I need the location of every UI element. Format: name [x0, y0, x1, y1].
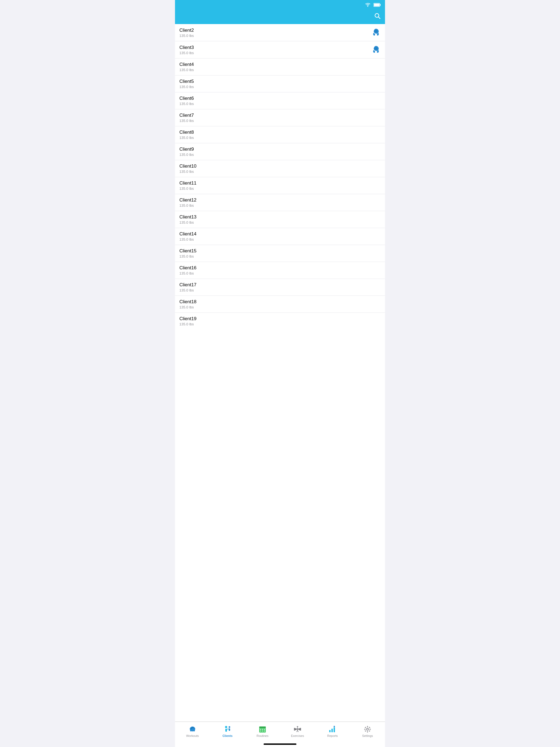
client-weight: 135.0 lbs	[179, 186, 196, 190]
client-list-item[interactable]: Client17135.0 lbs	[175, 279, 385, 296]
svg-rect-49	[369, 730, 371, 732]
client-info: Client3135.0 lbs	[179, 45, 194, 55]
client-name: Client3	[179, 45, 194, 50]
svg-rect-23	[260, 730, 261, 731]
client-list-item[interactable]: Client19135.0 lbs	[175, 313, 385, 330]
svg-rect-44	[364, 729, 365, 730]
client-list-item[interactable]: Client5135.0 lbs	[175, 75, 385, 93]
svg-rect-30	[299, 728, 300, 730]
client-list-item[interactable]: Client13135.0 lbs	[175, 211, 385, 228]
settings-tab-label: Settings	[362, 734, 373, 738]
svg-line-4	[378, 17, 380, 19]
client-list-item[interactable]: Client9135.0 lbs	[175, 143, 385, 160]
search-button[interactable]	[374, 12, 381, 20]
tab-exercises[interactable]: Exercises	[280, 724, 315, 739]
routines-tab-label: Routines	[256, 734, 268, 738]
client-name: Client5	[179, 79, 194, 84]
client-weight: 135.0 lbs	[179, 85, 194, 89]
svg-rect-48	[365, 730, 366, 732]
client-info: Client19135.0 lbs	[179, 316, 196, 326]
svg-rect-43	[367, 731, 368, 732]
svg-rect-45	[370, 729, 371, 730]
client-list-item[interactable]: Client2135.0 lbs	[175, 24, 385, 41]
client-weight: 135.0 lbs	[179, 221, 196, 225]
client-list-item[interactable]: Client10135.0 lbs	[175, 160, 385, 177]
clients-tab-label: Clients	[223, 734, 233, 738]
client-info: Client11135.0 lbs	[179, 180, 196, 190]
client-info: Client14135.0 lbs	[179, 231, 196, 241]
client-list-item[interactable]: Client14135.0 lbs	[175, 228, 385, 245]
reports-tab-icon	[328, 725, 337, 733]
client-list-item[interactable]: Client4135.0 lbs	[175, 58, 385, 75]
svg-rect-29	[295, 728, 296, 730]
svg-rect-20	[260, 729, 261, 730]
tab-reports[interactable]: Reports	[315, 724, 350, 739]
client-name: Client19	[179, 316, 196, 321]
svg-rect-2	[374, 4, 380, 6]
svg-point-39	[334, 726, 335, 727]
client-info: Client13135.0 lbs	[179, 214, 196, 225]
client-weight: 135.0 lbs	[179, 102, 194, 106]
client-name: Client13	[179, 214, 196, 220]
client-name: Client15	[179, 248, 196, 254]
client-list-item[interactable]: Client16135.0 lbs	[175, 262, 385, 279]
header-actions	[368, 12, 381, 20]
status-time-date	[179, 3, 181, 7]
client-name: Client4	[179, 62, 194, 67]
client-list-item[interactable]: Client11135.0 lbs	[175, 177, 385, 194]
client-weight: 135.0 lbs	[179, 288, 196, 292]
svg-rect-36	[329, 730, 331, 732]
client-list-item[interactable]: Client8135.0 lbs	[175, 126, 385, 143]
client-info: Client6135.0 lbs	[179, 96, 194, 106]
client-weight: 135.0 lbs	[179, 237, 196, 241]
svg-rect-37	[331, 729, 333, 732]
status-icons	[365, 3, 381, 7]
client-list: Client2135.0 lbs Client3135.0 lbs Client…	[175, 24, 385, 722]
client-weight: 135.0 lbs	[179, 322, 196, 326]
client-name: Client16	[179, 265, 196, 271]
client-list-item[interactable]: Client15135.0 lbs	[175, 245, 385, 262]
client-info: Client7135.0 lbs	[179, 113, 194, 123]
client-weight: 135.0 lbs	[179, 68, 194, 72]
svg-rect-1	[380, 4, 381, 6]
client-name: Client2	[179, 28, 194, 33]
client-weight: 135.0 lbs	[179, 153, 194, 157]
client-name: Client12	[179, 198, 196, 203]
client-info: Client16135.0 lbs	[179, 265, 196, 275]
client-info: Client5135.0 lbs	[179, 79, 194, 89]
client-name: Client8	[179, 130, 194, 135]
client-weight: 135.0 lbs	[179, 305, 196, 309]
search-icon	[374, 12, 381, 19]
client-list-item[interactable]: Client3135.0 lbs	[175, 41, 385, 58]
tab-routines[interactable]: Routines	[245, 724, 280, 739]
client-info: Client10135.0 lbs	[179, 163, 196, 174]
wifi-icon	[365, 3, 370, 7]
client-info: Client18135.0 lbs	[179, 299, 196, 309]
svg-rect-21	[262, 729, 263, 730]
client-info: Client4135.0 lbs	[179, 62, 194, 72]
client-name: Client10	[179, 163, 196, 169]
svg-rect-38	[334, 727, 335, 732]
exercises-tab-icon	[294, 725, 302, 733]
client-weight: 135.0 lbs	[179, 119, 194, 123]
home-bar	[263, 743, 297, 745]
client-weight: 135.0 lbs	[179, 136, 194, 140]
client-info: Client17135.0 lbs	[179, 282, 196, 292]
client-name: Client14	[179, 231, 196, 237]
svg-point-31	[297, 726, 298, 728]
svg-rect-24	[262, 730, 263, 731]
svg-rect-25	[264, 730, 265, 731]
svg-line-35	[298, 730, 298, 732]
svg-point-6	[374, 47, 378, 50]
client-list-item[interactable]: Client7135.0 lbs	[175, 109, 385, 126]
client-name: Client11	[179, 180, 196, 186]
client-list-item[interactable]: Client12135.0 lbs	[175, 194, 385, 211]
tab-clients[interactable]: Clients	[210, 724, 245, 739]
client-info: Client9135.0 lbs	[179, 147, 194, 157]
tab-settings[interactable]: Settings	[350, 724, 385, 739]
client-list-item[interactable]: Client18135.0 lbs	[175, 296, 385, 313]
client-list-item[interactable]: Client6135.0 lbs	[175, 93, 385, 109]
page-header	[175, 10, 385, 24]
exercises-tab-label: Exercises	[291, 734, 304, 738]
tab-workouts[interactable]: Workouts	[175, 724, 210, 739]
